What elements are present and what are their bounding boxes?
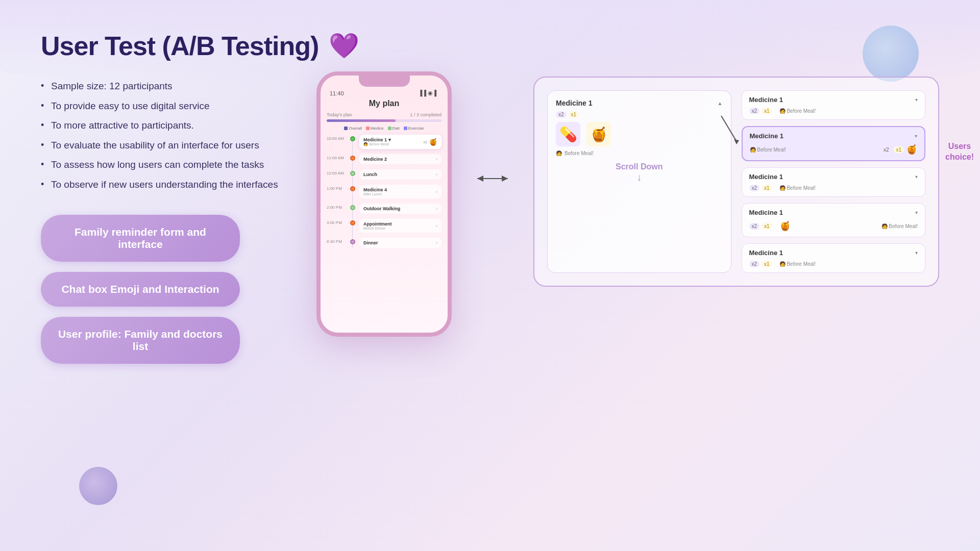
timeline-dot-purple [350, 239, 355, 244]
phone-time: 11:40 [330, 90, 344, 96]
medicine-card-1: Medicine 1 ▾ x2 x1 🧑 Before Meal! [742, 90, 926, 120]
ab-arrow-svg [719, 101, 739, 203]
before-meal-label: Before Meal! [565, 151, 594, 156]
bullet-item-4: To evaluate the usability of an interfac… [41, 136, 296, 156]
today-label: Today's plan [327, 112, 352, 117]
phone-screen-title: My plan [327, 99, 442, 108]
phone-screen: My plan Today's plan 1 / 3 completed Ove… [321, 99, 448, 248]
bullet-item-5: To assess how long users can complete th… [41, 155, 296, 175]
ab-grid: Medicine 1 ▲ x2 x1 💊 🍯 🧑 [547, 90, 925, 273]
version-a: Medicine 1 ▲ x2 x1 💊 🍯 🧑 [547, 90, 731, 273]
legend: Overall Medice Diet Exercise [327, 126, 442, 131]
bullet-item-3: To more attractive to participants. [41, 116, 296, 136]
medicine-images: 💊 🍯 [556, 122, 723, 146]
timeline-item-dinner: 6:30 PM Dinner › [327, 238, 442, 248]
medicine-card-5: Medicine 1 ▾ x2 x1 🧑 Before Meal! [742, 243, 926, 273]
timeline-dot-orange3 [350, 220, 355, 226]
timeline-dot-orange2 [350, 186, 355, 191]
phone-timeline: 10:00 AM Medicine 1 ▾ 🧑 Before Meal! x2 … [327, 135, 442, 248]
today-plan-row: Today's plan 1 / 3 completed [327, 112, 442, 117]
user-profile-button[interactable]: User profile: Family and doctors list [41, 317, 240, 364]
version-a-tags: x2 x1 [556, 111, 579, 118]
version-b-wrapper: Medicine 1 ▾ x2 x1 🧑 Before Meal! [742, 90, 926, 273]
progress-bar-container [327, 119, 442, 122]
timeline-dot-green [350, 136, 355, 141]
phone-signal: ▐▐ ◉ ▌ [419, 90, 439, 96]
timeline-content-medicine1: Medicine 1 ▾ 🧑 Before Meal! x2 🍯 [359, 135, 442, 149]
legend-overall: Overall [344, 126, 361, 131]
medicine-img-2: 🍯 [586, 122, 611, 146]
bullet-item-6: To observe if new users understanding th… [41, 175, 296, 195]
svg-marker-2 [734, 139, 739, 144]
timeline-item-medicine4: 1:00 PM Medicine 4 After Lunch › [327, 185, 442, 198]
phone-container: 11:40 ▐▐ ◉ ▌ My plan Today's plan 1 / 3 … [316, 71, 452, 337]
svg-line-1 [721, 116, 737, 141]
timeline-item-medicine2: 11:00 AM Medicine 2 › [327, 154, 442, 164]
progress-bar-fill [327, 119, 396, 122]
bullet-item-2: To provide easy to use digital service [41, 96, 296, 116]
timeline-dot-lightgreen1 [350, 171, 355, 176]
chat-box-button[interactable]: Chat box Emoji and Interaction [41, 272, 240, 307]
family-reminder-button[interactable]: Family reminder form and interface [41, 215, 240, 262]
medicine-card-3: Medicine 1 ▾ x2 x1 🧑 Before Meal! [742, 167, 926, 197]
timeline-item-appointment: 4:00 PM Appointment Before Dinner › [327, 219, 442, 233]
timeline-item-walking: 2:00 PM Outdoor Walking › [327, 204, 442, 214]
bullet-item-1: Sample size: 12 participants [41, 77, 296, 96]
medicine-img-1: 💊 [556, 122, 580, 146]
scroll-down-label: Scroll Down ↓ [556, 162, 723, 183]
version-a-med-name: Medicine 1 [556, 99, 593, 107]
phone-notch [359, 76, 410, 87]
ab-testing-panel: Medicine 1 ▲ x2 x1 💊 🍯 🧑 [533, 77, 939, 287]
legend-exercise: Exercise [404, 126, 424, 131]
version-a-info: x2 x1 [556, 111, 723, 118]
nav-buttons: Family reminder form and interface Chat … [41, 215, 296, 364]
timeline-item-lunch: 12:00 AM Lunch › [327, 169, 442, 180]
phone-mockup: 11:40 ▐▐ ◉ ▌ My plan Today's plan 1 / 3 … [316, 71, 452, 337]
left-panel: Sample size: 12 participants To provide … [41, 77, 296, 364]
page-title: User Test (A/B Testing) [41, 31, 318, 61]
users-choice-label: Userschoice! [945, 141, 974, 163]
progress-label: 1 / 3 completed [410, 112, 442, 117]
legend-diet: Diet [388, 126, 400, 131]
page-header: User Test (A/B Testing) 💜 [41, 31, 939, 61]
arrows-svg [472, 117, 513, 383]
timeline-dot-lightgreen2 [350, 205, 355, 210]
bullet-list: Sample size: 12 participants To provide … [41, 77, 296, 194]
version-b: Medicine 1 ▾ x2 x1 🧑 Before Meal! [742, 90, 926, 273]
version-a-header: Medicine 1 ▲ [556, 99, 723, 107]
medicine-card-4: Medicine 1 ▾ x2 x1 🍯 🧑 Before Meal! [742, 203, 926, 237]
heart-icon: 💜 [329, 32, 359, 60]
timeline-item-medicine1: 10:00 AM Medicine 1 ▾ 🧑 Before Meal! x2 … [327, 135, 442, 149]
before-meal-row: 🧑 Before Meal! [556, 151, 723, 156]
timeline-dot-orange1 [350, 156, 355, 161]
medicine-card-selected: Medicine 1 ▾ 🧑 Before Meal! x2 x1 🍯 [742, 126, 926, 161]
legend-medice: Medice [366, 126, 384, 131]
